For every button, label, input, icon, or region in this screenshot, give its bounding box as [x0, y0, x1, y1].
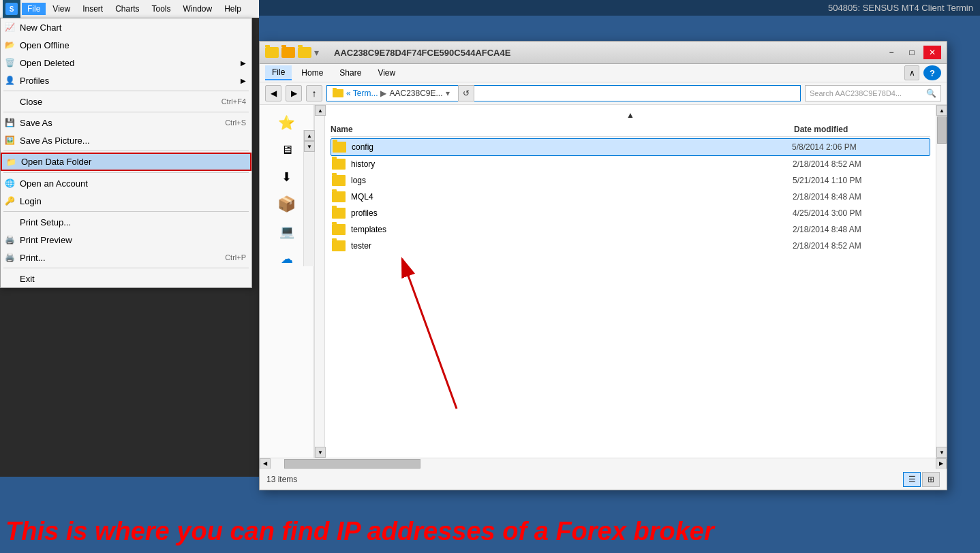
menu-item-exit-label: Exit: [20, 274, 35, 284]
search-placeholder: Search AAC238C9E78D4...: [810, 89, 923, 97]
menu-item-new-chart[interactable]: 📈 New Chart: [1, 18, 251, 36]
exp-menu-right: ∧ ?: [904, 65, 941, 80]
view-large-icons-button[interactable]: ⊞: [922, 472, 940, 487]
quick-access-dropdown[interactable]: ▾: [314, 47, 319, 58]
profiles-icon: 👤: [5, 76, 15, 85]
folder-icon-mql4: [332, 191, 346, 202]
folder-icon-1: [265, 47, 279, 58]
scroll-up-btn[interactable]: ▲: [315, 105, 326, 116]
menu-item-new-chart-label: New Chart: [20, 22, 61, 33]
exp-menu-view[interactable]: View: [371, 66, 402, 80]
menu-item-profiles[interactable]: 👤 Profiles ▶: [1, 72, 251, 89]
maximize-button[interactable]: □: [903, 46, 921, 59]
column-name[interactable]: Name: [331, 125, 794, 134]
nav-scrollbar[interactable]: ▲ ▼: [303, 130, 314, 266]
file-name-config: config: [352, 142, 792, 152]
refresh-button[interactable]: ↺: [458, 85, 474, 101]
help-button[interactable]: ?: [923, 65, 941, 80]
address-bar[interactable]: « Term... ▶ AAC238C9E... ▾ ↺: [326, 85, 801, 101]
menu-item-print[interactable]: 🖨️ Print... Ctrl+P: [1, 249, 251, 266]
explorer-title-bar: ▾ AAC238C9E78D4F74FCE590C544AFCA4E − □ ✕: [260, 42, 947, 64]
h-scroll-right[interactable]: ▶: [936, 458, 947, 469]
menu-item-open-account[interactable]: 🌐 Open an Account: [1, 174, 251, 192]
menu-item-print-setup[interactable]: Print Setup...: [1, 213, 251, 231]
menu-item-close[interactable]: Close Ctrl+F4: [1, 93, 251, 110]
view-details-button[interactable]: ☰: [903, 472, 921, 487]
folder-icon-logs: [332, 175, 346, 186]
menu-item-open-data-folder[interactable]: 📁 Open Data Folder: [1, 153, 251, 171]
menu-file[interactable]: File: [22, 3, 46, 15]
file-name-mql4: MQL4: [351, 192, 793, 202]
menu-item-login[interactable]: 🔑 Login: [1, 192, 251, 210]
nav-up-arrow[interactable]: ∧: [904, 65, 919, 80]
folder-icon-config: [333, 142, 346, 153]
folder-icon-profiles: [332, 208, 346, 219]
menu-item-open-offline[interactable]: 📂 Open Offline: [1, 36, 251, 54]
file-row-tester[interactable]: tester 2/18/2014 8:52 AM: [331, 238, 930, 254]
menu-item-close-label: Close: [20, 97, 42, 107]
scroll-track: [315, 116, 324, 447]
menu-view[interactable]: View: [47, 3, 76, 15]
back-button[interactable]: ◀: [265, 85, 281, 101]
search-icon[interactable]: 🔍: [926, 89, 936, 98]
folder-icon-tester: [332, 240, 346, 251]
sort-indicator: ▲: [331, 110, 930, 123]
file-row-logs[interactable]: logs 5/21/2014 1:10 PM: [331, 172, 930, 189]
exp-menu-home[interactable]: Home: [294, 66, 330, 80]
menu-help[interactable]: Help: [219, 3, 247, 15]
save-as-icon: 💾: [5, 118, 15, 127]
close-button[interactable]: ✕: [923, 46, 941, 59]
exp-menu-file[interactable]: File: [265, 65, 292, 80]
column-date[interactable]: Date modified: [794, 125, 930, 134]
file-name-logs: logs: [351, 176, 793, 185]
downloads-icon: ⬇: [276, 168, 298, 187]
logo-icon: S: [5, 3, 18, 15]
file-row-config[interactable]: config 5/8/2014 2:06 PM: [331, 138, 930, 156]
menu-tools[interactable]: Tools: [147, 3, 177, 15]
search-box[interactable]: Search AAC238C9E78D4... 🔍: [805, 85, 941, 101]
nav-scroll-up[interactable]: ▲: [304, 130, 314, 141]
menu-item-exit[interactable]: Exit: [1, 270, 251, 287]
file-date-templates: 2/18/2014 8:48 AM: [793, 225, 929, 234]
app-title: 504805: SENSUS MT4 Client Termin: [828, 3, 973, 13]
menu-charts[interactable]: Charts: [110, 3, 144, 15]
file-row-profiles[interactable]: profiles 4/25/2014 3:00 PM: [331, 205, 930, 221]
open-offline-icon: 📂: [5, 40, 15, 50]
nav-scroll-down[interactable]: ▼: [304, 141, 314, 152]
h-scroll-left[interactable]: ◀: [260, 458, 271, 469]
file-row-history[interactable]: history 2/18/2014 8:52 AM: [331, 156, 930, 172]
menu-item-open-deleted[interactable]: 🗑️ Open Deleted ▶: [1, 54, 251, 72]
column-name-label: Name: [331, 125, 353, 134]
file-name-profiles: profiles: [351, 208, 793, 218]
forward-button[interactable]: ▶: [286, 85, 302, 101]
menu-item-print-preview[interactable]: 🖨️ Print Preview: [1, 231, 251, 249]
separator-1: [3, 91, 249, 91]
open-account-icon: 🌐: [5, 178, 15, 188]
menu-item-save-as-picture[interactable]: 🖼️ Save As Picture...: [1, 131, 251, 149]
scroll-right-thumb[interactable]: [937, 116, 947, 144]
path-term[interactable]: « Term...: [346, 89, 378, 98]
separator-4: [3, 172, 249, 173]
file-date-tester: 2/18/2014 8:52 AM: [793, 241, 929, 251]
annotation-text: This is where you can find IP addresses …: [5, 517, 714, 546]
up-button[interactable]: ↑: [306, 85, 322, 101]
exp-menu-share[interactable]: Share: [333, 66, 368, 80]
separator-5: [3, 211, 249, 212]
scroll-right-down[interactable]: ▼: [936, 447, 947, 458]
window-controls: − □ ✕: [883, 46, 941, 59]
menu-item-print-setup-label: Print Setup...: [20, 217, 71, 227]
menu-window[interactable]: Window: [178, 3, 218, 15]
minimize-button[interactable]: −: [883, 46, 900, 59]
file-row-templates[interactable]: templates 2/18/2014 8:48 AM: [331, 221, 930, 238]
h-scroll-thumb[interactable]: [284, 459, 420, 469]
menu-item-save-as[interactable]: 💾 Save As Ctrl+S: [1, 114, 251, 131]
scroll-down-btn[interactable]: ▼: [315, 447, 326, 458]
file-row-mql4[interactable]: MQL4 2/18/2014 8:48 AM: [331, 189, 930, 205]
explorer-status-bar: 13 items ☰ ⊞: [260, 469, 947, 490]
menu-insert[interactable]: Insert: [77, 3, 108, 15]
file-name-history: history: [351, 159, 793, 169]
item-count: 13 items: [266, 475, 297, 484]
close-shortcut: Ctrl+F4: [221, 97, 246, 106]
addr-chevron[interactable]: ▾: [446, 89, 450, 98]
scroll-right-up[interactable]: ▲: [936, 105, 947, 116]
